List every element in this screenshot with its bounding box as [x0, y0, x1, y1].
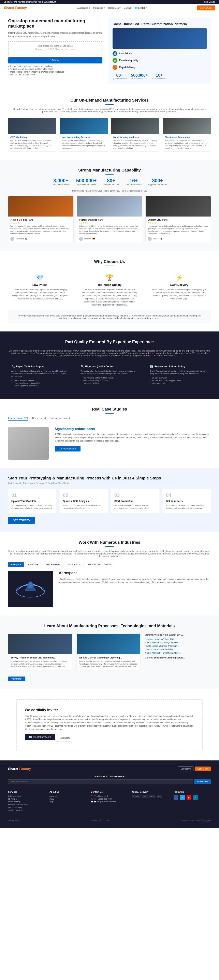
footer-blogs[interactable]: Blogs: [49, 798, 87, 800]
learn-side: Summary Report on 10best CNC... Summary …: [144, 633, 211, 681]
stat-quantities: 80+ Qualities Shipped: [113, 73, 127, 80]
nav-industries[interactable]: Industries ▾: [93, 7, 105, 10]
footer-privacy[interactable]: Privacy Policy: [8, 819, 19, 822]
case-tab-1[interactable]: Drone Project: [32, 417, 46, 421]
footer-contact-btn[interactable]: Contact Us: [178, 767, 193, 771]
learn-card-1[interactable]: What is Material Machining? Exploring...…: [76, 633, 141, 670]
product-img-0: [8, 196, 73, 216]
top-announcement: 🔔 Try us, and your first order comes wit…: [4, 1, 56, 3]
footer-terms[interactable]: Website Terms of Use: [92, 819, 109, 822]
stat-years: 16+ Years In Business: [152, 73, 167, 80]
subscribe-btn[interactable]: SUBSCRIBE: [194, 779, 211, 784]
nav-language[interactable]: 🌐 English ▾: [135, 7, 148, 10]
facebook-icon[interactable]: f: [174, 795, 178, 800]
upload-area[interactable]: Click or drag files to the area to uploa…: [8, 41, 102, 55]
footer-phone-text: 📞 +1 (555) 000-0000: [94, 798, 112, 800]
hero-stats: 80+ Qualities Shipped 500,000+ Customize…: [113, 73, 207, 80]
footer-contact: Contact Us 📍 📍 Address line 1 📞 📞 +1 (55…: [91, 791, 128, 812]
qb-1-1: Strict Manufacturing Standards: [81, 380, 138, 382]
view-more-btn[interactable]: View More ›: [8, 676, 25, 681]
cap-label-3: Years In Business: [125, 183, 142, 186]
ind-tab-2[interactable]: Medical Devices: [43, 562, 63, 567]
service-injection-name[interactable]: Injection Molding Services ›: [62, 136, 106, 138]
step-0: 01 Upload Your CAD File Simply upload th…: [8, 489, 56, 513]
ind-tab-1[interactable]: Automotive: [25, 562, 41, 567]
footer-link-3d[interactable]: 3D Printing: [8, 798, 45, 800]
product-stars-2: ★★★★★: [148, 222, 209, 224]
qb-0-1: Professional Design Support/File: [11, 382, 69, 384]
service-metal-name[interactable]: Metal forming services ›: [113, 136, 157, 138]
footer-quote-btn[interactable]: Get A Quote: [195, 767, 211, 771]
bullet-4: We don't aim to meet prices: [8, 73, 102, 76]
side-link-2[interactable]: How to choose a Surface Treatment...: [144, 645, 211, 647]
invite-title: We cordially invite:: [25, 708, 194, 712]
case-tab-2[interactable]: Special Item Project: [50, 417, 70, 421]
case-desc: A CTM company has previously launched an…: [55, 433, 211, 442]
footer-link-grinding[interactable]: Grinding Services: [8, 809, 45, 811]
qb-2-1: Prompt Response & Support/Guide: [150, 380, 208, 382]
nav-capabilities[interactable]: Capabilities ▾: [77, 7, 90, 10]
industries-title: Work With Numerous Industries: [8, 540, 211, 545]
steps-support: 24/7 Support for Prototyping + Prototype…: [8, 482, 211, 484]
service-sheet-name[interactable]: Sheet Metal Fabrication ›: [165, 136, 209, 138]
side-link-0[interactable]: Summary Report on 10best CNC...: [144, 638, 211, 640]
side-link-4[interactable]: What is Materials? - Definition & Applic…: [144, 652, 211, 654]
side-link-1[interactable]: What is Material Machining? Explains...: [144, 641, 211, 644]
help-center-link[interactable]: Help Center: [204, 1, 215, 3]
invite-email-btn[interactable]: 📧 info@sharef.com: [25, 734, 55, 740]
submit-btn[interactable]: Submit: [8, 57, 102, 64]
quality-icon: ⭐: [113, 58, 117, 63]
newsletter-section: Subscribe To Our Newsletter SUBSCRIBE: [8, 775, 211, 788]
invite-contact-btn[interactable]: Contact Us: [57, 734, 72, 742]
footer-link-cnc[interactable]: CNC Machining: [8, 795, 45, 797]
twitter-icon[interactable]: t: [180, 795, 185, 800]
get-quote-case-btn[interactable]: Get Instant Quote: [55, 446, 81, 452]
get-started-btn[interactable]: GET STARTED: [8, 517, 35, 524]
side-link-3[interactable]: I want to make a base flexibility...: [144, 648, 211, 651]
nav-resources[interactable]: Resources ▾: [108, 7, 121, 10]
learn-section: Learn About Manufacturing Processes, Tec…: [0, 616, 219, 689]
ind-tab-4[interactable]: Electronic Semiconductor: [85, 562, 114, 567]
product-name-1: Custom Stamped Parts: [79, 218, 140, 221]
service-injection[interactable]: Injection Molding Services › From inject…: [60, 118, 108, 152]
service-metal[interactable]: Metal forming services › We offer world-…: [111, 118, 159, 152]
footer-help[interactable]: Help: [49, 801, 87, 803]
service-cnc-name[interactable]: CNC Machining ›: [10, 136, 54, 138]
ind-tab-0[interactable]: Aerospace: [8, 562, 24, 567]
product-img-2: [146, 196, 211, 216]
bullet-3: More complex parts will receive a drawin…: [8, 71, 102, 73]
product-name-0: Jrotion-Molding Parts: [10, 218, 71, 221]
product-2: Custom CNC Parts ★★★★★ I immediately con…: [145, 196, 211, 243]
footer-link-injection[interactable]: Injection Molding: [8, 807, 45, 808]
footer: Sharef-Factory Contact Us Get A Quote Su…: [0, 760, 219, 828]
shipper-dhl: DHL: [141, 795, 148, 799]
get-quote-btn[interactable]: Get A Quote: [197, 5, 215, 10]
service-cnc[interactable]: CNC Machining › Our CNC machining capabi…: [8, 118, 56, 152]
capability-title: Strong Manufacturing Capability: [8, 168, 211, 172]
newsletter-input[interactable]: [8, 779, 193, 784]
service-sheet[interactable]: Sheet Metal Fabrication › We provide a f…: [163, 118, 211, 152]
service-cnc-desc: Our CNC machining capabilities include 3…: [10, 139, 54, 150]
product-reviewer-0: Alexander 🇺🇸: [10, 237, 71, 241]
ind-tab-3[interactable]: Machine Tools: [65, 562, 84, 567]
case-title: Significantly reduce costs: [55, 427, 211, 431]
site-logo[interactable]: Sharef-Factory: [4, 6, 27, 10]
footer-about-us[interactable]: About Us: [49, 795, 87, 797]
learn-card-0[interactable]: Survey Report on 10best CNC Machining...…: [8, 633, 72, 670]
industry-image: [8, 571, 53, 608]
footer-link-metal[interactable]: Metal Forming: [8, 801, 45, 803]
linkedin-icon[interactable]: in: [193, 795, 198, 800]
step-num-1: 02: [63, 492, 105, 498]
case-content: Significantly reduce costs A CTM company…: [8, 427, 211, 460]
footer-link-sheet[interactable]: Sheet Metal Fabrication: [8, 803, 45, 806]
product-stars-0: ★★★★★: [10, 222, 71, 224]
service-sheet-img: [163, 118, 211, 134]
quality-bullets-2: 30-Day Guarantee Prompt Response & Suppo…: [150, 377, 208, 384]
top-nav: 🔔 Try us, and your first order comes wit…: [0, 0, 219, 4]
nav-contact[interactable]: Contact: [124, 7, 132, 10]
case-tab-0[interactable]: Find savings of 80%: [8, 417, 28, 421]
youtube-icon[interactable]: ▶: [187, 795, 191, 800]
quality-card-icon-0: 🔧: [11, 365, 15, 368]
learn-card-desc-0: CNC Machining has become integral in mod…: [11, 660, 70, 668]
stat-label-1: Customized parts: [131, 78, 148, 80]
